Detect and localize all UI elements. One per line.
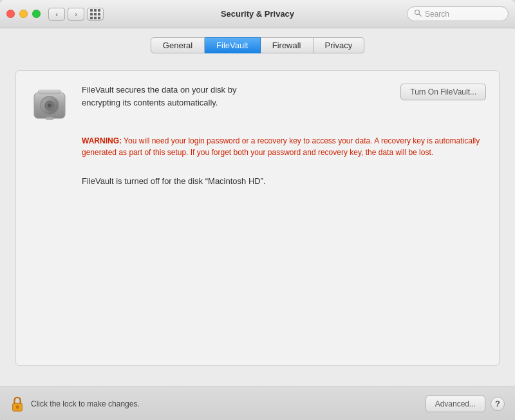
svg-rect-7	[38, 90, 61, 94]
forward-button[interactable]: ›	[68, 8, 84, 21]
nav-buttons: ‹ ›	[48, 8, 84, 21]
lock-label: Click the lock to make changes.	[31, 399, 140, 408]
tab-firewall[interactable]: Firewall	[261, 37, 314, 53]
search-icon	[414, 9, 422, 19]
svg-rect-10	[17, 406, 18, 409]
traffic-lights	[6, 10, 41, 18]
tabs-bar: General FileVault Firewall Privacy	[0, 28, 515, 60]
close-button[interactable]	[6, 10, 15, 18]
help-button[interactable]: ?	[491, 397, 505, 411]
content-area: Turn On FileVault...	[0, 60, 515, 387]
bottom-bar: Click the lock to make changes. Advanced…	[0, 387, 515, 420]
svg-line-1	[419, 14, 421, 16]
search-box[interactable]: Search	[407, 6, 509, 21]
tab-privacy[interactable]: Privacy	[314, 37, 365, 53]
advanced-button[interactable]: Advanced...	[426, 396, 485, 412]
window-title: Security & Privacy	[221, 9, 294, 19]
warning-label: WARNING:	[82, 136, 122, 145]
grid-view-button[interactable]	[87, 8, 104, 21]
back-button[interactable]: ‹	[48, 8, 65, 21]
warning-body: You will need your login password or a r…	[82, 136, 480, 157]
minimize-button[interactable]	[19, 10, 28, 18]
maximize-button[interactable]	[32, 10, 41, 18]
titlebar: ‹ › Security & Privacy Search	[0, 0, 515, 28]
lock-icon	[10, 396, 24, 412]
system-preferences-window: ‹ › Security & Privacy Search General	[0, 0, 515, 420]
content-panel: Turn On FileVault...	[15, 70, 500, 366]
warning-text: WARNING: You will need your login passwo…	[82, 135, 486, 158]
svg-point-5	[48, 104, 52, 107]
tab-general[interactable]: General	[151, 37, 205, 53]
turn-on-filevault-button[interactable]: Turn On FileVault...	[400, 84, 486, 100]
filevault-status: FileVault is turned off for the disk “Ma…	[82, 176, 486, 186]
svg-rect-6	[46, 117, 53, 120]
search-placeholder: Search	[425, 10, 449, 19]
lock-button[interactable]: Click the lock to make changes.	[10, 396, 140, 412]
tab-filevault[interactable]: FileVault	[205, 37, 261, 53]
filevault-icon	[29, 84, 70, 125]
bottom-right-buttons: Advanced... ?	[426, 396, 505, 412]
grid-icon	[90, 9, 100, 19]
svg-point-0	[415, 10, 420, 15]
